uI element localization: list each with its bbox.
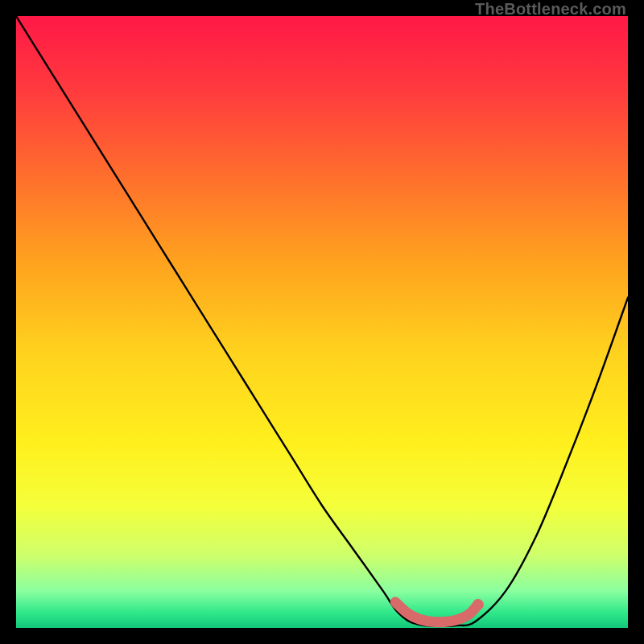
chart-frame: [16, 16, 628, 628]
chart-svg: [16, 16, 628, 628]
watermark-text: TheBottleneck.com: [475, 0, 626, 19]
optimal-end-dot: [473, 599, 484, 610]
